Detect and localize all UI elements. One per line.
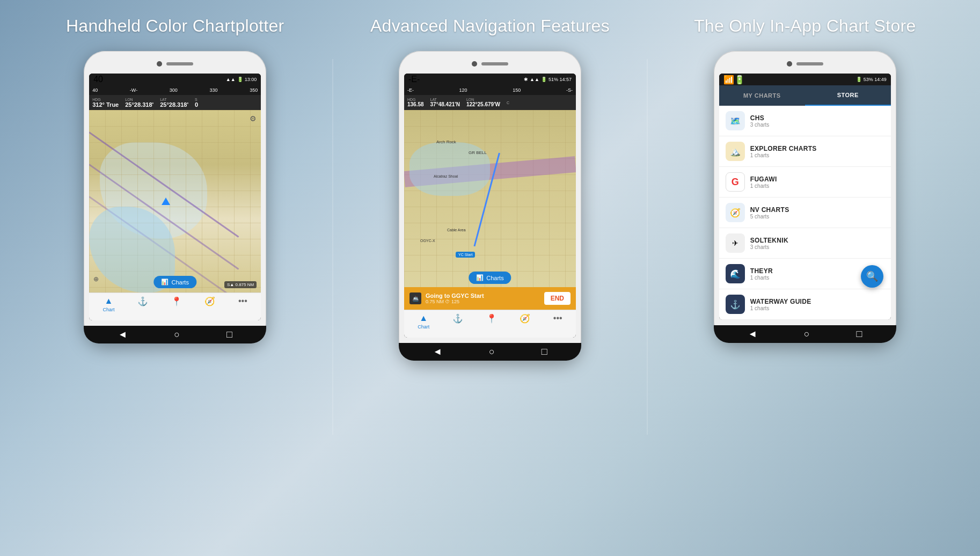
vessel-marker-1	[162, 197, 170, 205]
time-1: 13:00	[245, 77, 257, 82]
charts-button-2[interactable]: 📊 Charts	[469, 272, 511, 284]
charts-icon-1: 📊	[161, 279, 169, 286]
status-right-2: ✱ ▲▲ 🔋 51% 14:57	[524, 77, 572, 82]
toolbar-anchor-1[interactable]: ⚓	[137, 296, 148, 306]
toolbar-more-1[interactable]: •••	[238, 296, 247, 306]
settings-icon-1[interactable]: ⚙	[250, 114, 257, 123]
recent-button-1[interactable]: □	[226, 329, 232, 340]
search-fab-3[interactable]: 🔍	[861, 265, 883, 288]
charts-button-1[interactable]: 📊 Charts	[153, 276, 196, 288]
tab-store[interactable]: STORE	[805, 85, 891, 106]
solteknik-info: SOLTEKNIK 3 charts	[750, 237, 884, 250]
ogyc-label-2: OGYC-X	[420, 239, 435, 243]
status-left-2: -E-	[408, 75, 420, 84]
phone-top-2	[404, 58, 576, 69]
back-button-2[interactable]: ◄	[433, 346, 442, 357]
phone-top-1	[89, 58, 261, 69]
lat-display-2: LAT 37°48.421'N	[430, 98, 460, 107]
toolbar-more-2[interactable]: •••	[553, 313, 562, 323]
nav-data-bar-1: HDG 312° True LON 25°28.318' LAT 25°28.3…	[89, 95, 261, 110]
phone-2: -E- ✱ ▲▲ 🔋 51% 14:57 -E- 120 150 -S- HDG	[399, 51, 581, 361]
panel1-title: Handheld Color Chartplotter	[66, 16, 284, 36]
lat-display-1: LAT 25°28.318'	[160, 98, 188, 108]
waterway-icon: ⚓	[726, 295, 745, 314]
phone-bottom-3: ◄ ○ □	[714, 325, 896, 343]
speaker-2	[481, 62, 508, 65]
lon-display-1: LON 25°28.318'	[125, 98, 153, 108]
nav-data-bar-2: HDG 136.58 LAT 37°48.421'N LON 122°25.67…	[404, 95, 576, 110]
recent-button-2[interactable]: □	[542, 346, 547, 357]
waterway-name: WATERWAY GUIDE	[750, 298, 884, 305]
toolbar-route-2[interactable]: 🧭	[520, 313, 530, 324]
chart-map-1[interactable]: ⚙ ⊕ 📊 Charts S▲ 0.875 NM	[89, 110, 261, 292]
back-button-3[interactable]: ◄	[748, 328, 757, 340]
route-nav-icon-1: 🧭	[204, 296, 215, 306]
fugawi-info: FUGAWI 1 charts	[750, 175, 884, 189]
fugawi-count: 1 charts	[750, 183, 884, 189]
time-2: 51% 14:57	[548, 77, 572, 82]
list-item-nv[interactable]: 🧭 NV CHARTS 5 charts	[719, 197, 891, 228]
toolbar-marker-2[interactable]: 📍	[486, 313, 497, 324]
list-item-explorer[interactable]: 🏔️ EXPLORER CHARTS 1 charts	[719, 136, 891, 167]
screen-3: 📶🔋 🔋 53% 14:49 MY CHARTS STORE 🗺️ CHS	[719, 74, 891, 320]
status-bar-2: -E- ✱ ▲▲ 🔋 51% 14:57	[404, 74, 576, 85]
list-item-solteknik[interactable]: ✈ SOLTEKNIK 3 charts	[719, 228, 891, 259]
anchor-nav-icon-2: ⚓	[452, 313, 463, 324]
home-button-1[interactable]: ○	[174, 329, 180, 340]
nv-name: NV CHARTS	[750, 206, 884, 214]
solteknik-name: SOLTEKNIK	[750, 237, 884, 244]
status-right-3: 🔋 53% 14:49	[856, 77, 887, 82]
back-button-1[interactable]: ◄	[118, 329, 128, 340]
more-nav-icon-2: •••	[553, 313, 562, 323]
speed-display-1: S 0	[195, 98, 198, 108]
chs-info: CHS 3 charts	[750, 114, 884, 128]
compass-bar-1: 40 -W- 300 330 350	[89, 85, 261, 95]
explorer-icon: 🏔️	[726, 142, 745, 161]
divider-1	[332, 59, 333, 435]
explorer-count: 1 charts	[750, 152, 884, 158]
cable-label-2: Cable Area	[447, 228, 466, 232]
wifi-icon-2: ▲▲	[530, 77, 539, 82]
waypoint-marker-2: YC Start	[456, 252, 475, 258]
list-item-waterway[interactable]: ⚓ WATERWAY GUIDE 1 charts	[719, 289, 891, 320]
arch-rock-label-2: Arch Rock	[436, 140, 456, 144]
app-toolbar-2: ▲ Chart ⚓ 📍 🧭 •••	[404, 310, 576, 338]
solteknik-icon: ✈	[726, 233, 745, 253]
list-item-chs[interactable]: 🗺️ CHS 3 charts	[719, 106, 891, 136]
status-left-3: 📶🔋	[723, 75, 745, 85]
battery-icon-2: 🔋	[541, 77, 547, 82]
list-item-fugawi[interactable]: G FUGAWI 1 charts	[719, 167, 891, 197]
camera-icon-3	[787, 61, 792, 67]
screen-2: -E- ✱ ▲▲ 🔋 51% 14:57 -E- 120 150 -S- HDG	[404, 74, 576, 338]
panel-chartplotter: Handheld Color Chartplotter 40 ▲▲ 🔋 13:0…	[25, 16, 325, 343]
phone-1: 40 ▲▲ 🔋 13:00 40 -W- 300 330 350 HDG 312	[84, 51, 266, 343]
explorer-info: EXPLORER CHARTS 1 charts	[750, 145, 884, 158]
chart-map-2[interactable]: Arch Rock GR BELL Alcatraz Shoal Cable A…	[404, 110, 576, 287]
tab-my-charts[interactable]: MY CHARTS	[719, 85, 805, 106]
toolbar-chart-1[interactable]: ▲ Chart	[103, 296, 115, 312]
toolbar-route-1[interactable]: 🧭	[204, 296, 215, 306]
chs-name: CHS	[750, 114, 884, 122]
battery-icon-3: 🔋	[856, 77, 862, 82]
toolbar-marker-1[interactable]: 📍	[171, 296, 182, 306]
status-bar-1: 40 ▲▲ 🔋 13:00	[89, 74, 261, 85]
home-button-3[interactable]: ○	[804, 328, 810, 340]
chart-nav-icon-1: ▲	[105, 296, 113, 306]
end-button-2[interactable]: END	[544, 292, 571, 305]
toolbar-chart-2[interactable]: ▲ Chart	[418, 313, 429, 330]
nv-info: NV CHARTS 5 charts	[750, 206, 884, 220]
toolbar-anchor-2[interactable]: ⚓	[452, 313, 463, 324]
chs-count: 3 charts	[750, 122, 884, 128]
divider-2	[647, 59, 648, 435]
home-button-2[interactable]: ○	[489, 346, 495, 357]
dest-info-2: Going to GGYC Start 0.75 NM ⏱ 125	[426, 292, 540, 304]
waterway-count: 1 charts	[750, 305, 884, 311]
route-nav-icon-2: 🧭	[520, 313, 530, 324]
speaker-3	[796, 62, 823, 65]
gps-icon-1[interactable]: ⊕	[93, 275, 99, 283]
toolbar-chart-label-1: Chart	[103, 307, 115, 312]
camera-icon-1	[157, 61, 162, 67]
dest-title-2: Going to GGYC Start	[426, 292, 540, 299]
recent-button-3[interactable]: □	[856, 328, 862, 340]
chart-grid-2	[404, 110, 576, 287]
